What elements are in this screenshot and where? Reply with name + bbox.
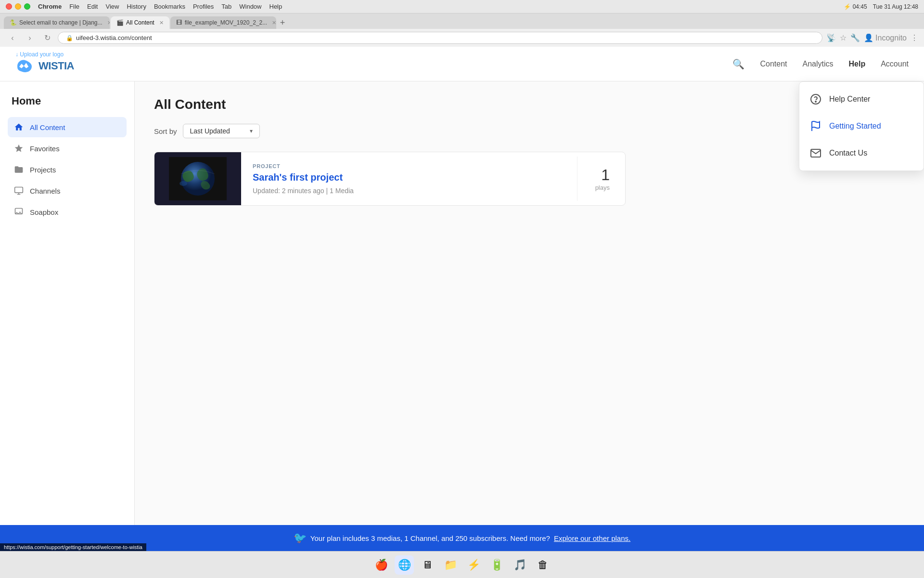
dock-finder[interactable]: 🍎 (372, 555, 391, 575)
dropdown-item-getting-started[interactable]: Getting Started (799, 113, 924, 140)
menu-edit[interactable]: Edit (87, 3, 98, 10)
menu-profiles[interactable]: Profiles (193, 3, 214, 10)
new-tab-button[interactable]: + (277, 18, 288, 28)
explore-plans-link[interactable]: Explore our other plans. (554, 534, 630, 542)
tab-favicon-file: 🎞 (176, 19, 182, 26)
tab-favicon-django: 🐍 (10, 19, 16, 26)
maximize-button[interactable] (24, 3, 30, 10)
sidebar-label-channels: Channels (30, 187, 60, 195)
sidebar-item-soapbox[interactable]: Soapbox (8, 202, 127, 222)
help-dropdown: Help Center Getting Started (799, 81, 924, 171)
banner-message: Your plan includes 3 medias, 1 Channel, … (310, 534, 550, 542)
dock: 🍎 🌐 🖥 📁 ⚡ 🔋 🎵 🗑 (0, 551, 924, 578)
profile-icon[interactable]: 👤 Incognito (864, 33, 907, 42)
plays-label: plays (593, 184, 610, 191)
titlebar-menu[interactable]: Chrome File Edit View History Bookmarks … (38, 3, 282, 10)
address-bar: ‹ › ↻ 🔒 uifeed-3.wistia.com/content 📡 ☆ … (0, 29, 924, 47)
tab-title-file: file_example_MOV_1920_2_2... (185, 19, 267, 26)
dock-alfred[interactable]: ⚡ (464, 555, 483, 575)
help-circle-icon (809, 92, 822, 106)
project-type-label: PROJECT (253, 163, 565, 169)
dock-terminal[interactable]: 🖥 (418, 555, 437, 575)
sort-value: Last Updated (190, 127, 230, 135)
chevron-down-icon: ▾ (250, 128, 253, 134)
sidebar-item-projects[interactable]: Projects (8, 159, 127, 180)
menu-help[interactable]: Help (270, 3, 282, 10)
page-wrapper: ↓ Upload your logo WISTIA 🔍 Content Anal… (0, 47, 924, 577)
sidebar-item-favorites[interactable]: Favorites (8, 138, 127, 158)
sidebar: Home All Content Favorites (0, 81, 135, 577)
wistia-logo-icon (15, 58, 35, 74)
project-card[interactable]: PROJECT Sarah's first project Updated: 2… (154, 152, 626, 206)
dock-finder-folder[interactable]: 📁 (441, 555, 460, 575)
menu-bookmarks[interactable]: Bookmarks (154, 3, 185, 10)
sidebar-label-favorites: Favorites (30, 144, 60, 153)
dropdown-label-contact-us: Contact Us (829, 149, 867, 158)
tab-all-content[interactable]: 🎬 All Content ✕ (111, 16, 169, 29)
menu-history[interactable]: History (127, 3, 146, 10)
tab-title-django: Select email to change | Djang... (19, 19, 103, 26)
sort-bar: Sort by Last Updated ▾ (154, 124, 905, 138)
menu-view[interactable]: View (105, 3, 119, 10)
soapbox-icon (13, 207, 24, 217)
tab-close-django[interactable]: ✕ (107, 20, 110, 26)
sidebar-title: Home (8, 95, 127, 107)
nav-analytics[interactable]: Analytics (802, 60, 833, 68)
forward-button[interactable]: › (23, 34, 37, 42)
page-title: All Content (154, 97, 905, 112)
nav-content[interactable]: Content (760, 60, 787, 68)
dock-chrome[interactable]: 🌐 (395, 555, 414, 575)
sidebar-item-all-content[interactable]: All Content (8, 117, 127, 137)
url-bar[interactable]: 🔒 uifeed-3.wistia.com/content (58, 32, 822, 44)
logo[interactable]: WISTIA (15, 58, 74, 74)
star-icon (13, 143, 24, 154)
menu-tab[interactable]: Tab (221, 3, 231, 10)
main-area: Home All Content Favorites (0, 81, 924, 577)
plays-count: 1 (593, 166, 610, 184)
tab-django[interactable]: 🐍 Select email to change | Djang... ✕ (4, 16, 110, 29)
dropdown-item-contact-us[interactable]: Contact Us (799, 140, 924, 167)
nav-help[interactable]: Help (849, 60, 866, 68)
upload-logo-section: ↓ Upload your logo (15, 50, 64, 58)
home-icon (13, 122, 24, 132)
dock-trash[interactable]: 🗑 (533, 555, 552, 575)
sidebar-label-all-content: All Content (30, 123, 65, 131)
minimize-button[interactable] (15, 3, 21, 10)
clock: Tue 31 Aug 12:48 (873, 3, 918, 10)
sidebar-item-channels[interactable]: Channels (8, 181, 127, 201)
bookmark-icon[interactable]: ☆ (840, 33, 847, 42)
dropdown-label-help-center: Help Center (829, 95, 870, 104)
tab-close-file[interactable]: ✕ (272, 20, 276, 26)
menu-chrome[interactable]: Chrome (38, 3, 62, 10)
close-button[interactable] (6, 3, 12, 10)
project-name[interactable]: Sarah's first project (253, 172, 565, 183)
folder-icon (13, 164, 24, 175)
extensions-icon[interactable]: 🔧 (850, 33, 860, 42)
titlebar: Chrome File Edit View History Bookmarks … (0, 0, 924, 13)
sidebar-label-projects: Projects (30, 166, 56, 174)
menu-window[interactable]: Window (239, 3, 261, 10)
upload-logo-link[interactable]: ↓ Upload your logo (15, 51, 64, 58)
dropdown-item-help-center[interactable]: Help Center (799, 86, 924, 113)
traffic-lights[interactable] (6, 3, 30, 10)
cast-icon[interactable]: 📡 (826, 33, 836, 42)
dock-music[interactable]: 🎵 (510, 555, 529, 575)
envelope-icon (809, 146, 822, 160)
url-text: uifeed-3.wistia.com/content (76, 34, 152, 41)
menu-file[interactable]: File (69, 3, 79, 10)
project-thumbnail (154, 152, 241, 205)
reload-button[interactable]: ↻ (40, 33, 54, 42)
dock-battery[interactable]: 🔋 (487, 555, 506, 575)
svg-point-1 (815, 101, 816, 102)
play-icon (13, 185, 24, 196)
tab-close-all-content[interactable]: ✕ (159, 20, 164, 26)
nav-account[interactable]: Account (881, 60, 909, 68)
search-icon[interactable]: 🔍 (732, 58, 744, 70)
menu-dots[interactable]: ⋮ (911, 33, 918, 42)
back-button[interactable]: ‹ (6, 34, 19, 42)
flag-icon (809, 119, 822, 133)
tab-file[interactable]: 🎞 file_example_MOV_1920_2_2... ✕ (170, 16, 276, 29)
project-meta: Updated: 2 minutes ago | 1 Media (253, 187, 565, 195)
sort-select[interactable]: Last Updated ▾ (183, 124, 260, 138)
battery-time: ⚡ 04:45 (844, 3, 867, 10)
